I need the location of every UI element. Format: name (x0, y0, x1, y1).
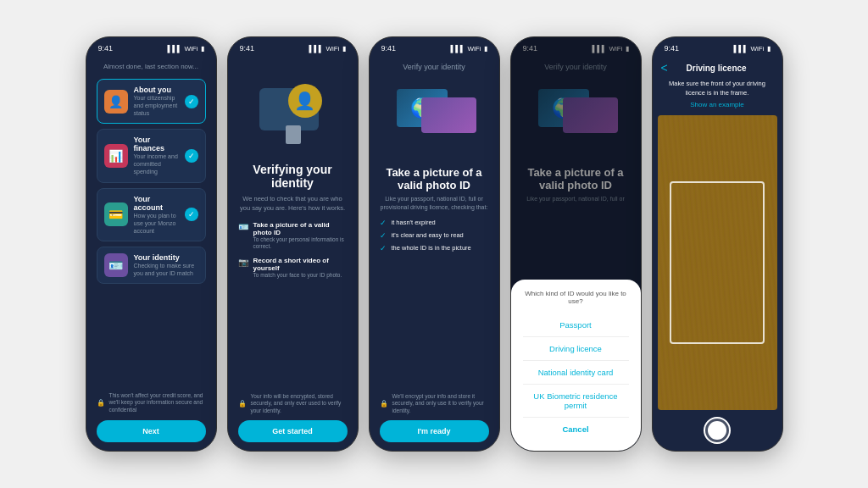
phone2-title: Verifying your identity (238, 163, 348, 190)
section-finances[interactable]: 📊 Your finances Your income and committe… (97, 129, 206, 182)
phone-3: 9:41 ▌▌▌ WiFi ▮ Verify your identity 🌍 T… (369, 36, 500, 452)
step-video: 📷 Record a short video of yourself To ma… (238, 257, 348, 279)
battery-icon-2: ▮ (342, 45, 346, 53)
about-you-desc: Your citizenship and employment status (134, 94, 179, 117)
phone-4: 9:41 ▌▌▌ WiFi ▮ Verify your identity 🌍 T… (510, 36, 642, 452)
check-icon-3: ✓ (380, 244, 387, 252)
account-text: Your account How you plan to use your Mo… (134, 195, 179, 235)
check-text-3: the whole ID is in the picture (392, 244, 471, 252)
wifi-icon-5: WiFi (751, 45, 765, 53)
phone-2: 9:41 ▌▌▌ WiFi ▮ 👤 Verifying your identit… (227, 36, 359, 452)
account-desc: How you plan to use your Monzo account (134, 212, 179, 235)
viewfinder-frame (670, 181, 765, 343)
encrypted-text-3: We'll encrypt your info and store it sec… (392, 393, 489, 414)
status-icons-3: ▌▌▌ WiFi ▮ (450, 45, 487, 53)
battery-icon: ▮ (201, 45, 204, 53)
step-photo-text: Take a picture of a valid photo ID To ch… (253, 221, 348, 251)
shutter-button[interactable] (704, 417, 731, 444)
section-about-you[interactable]: 👤 About you Your citizenship and employm… (97, 79, 206, 124)
time-5: 9:41 (665, 44, 680, 53)
status-bar-2: 9:41 ▌▌▌ WiFi ▮ (228, 37, 358, 56)
section-account[interactable]: 💳 Your account How you plan to use your … (97, 188, 206, 241)
privacy-note: 🔒 This won't affect your credit score, a… (97, 392, 206, 413)
lock-icon-2: 🔒 (238, 400, 247, 408)
check-item-1: ✓ it hasn't expired (380, 219, 489, 227)
signal-icon-3: ▌▌▌ (450, 45, 465, 53)
about-you-title: About you (134, 86, 179, 94)
identity-text: Your identity Checking to make sure you … (134, 253, 198, 277)
avatar-circle: 👤 (288, 84, 322, 118)
encrypted-note-2: 🔒 Your info will be encrypted, stored se… (238, 393, 348, 414)
camera-viewfinder (658, 115, 777, 410)
identity-icon: 🪪 (104, 253, 128, 277)
about-you-text: About you Your citizenship and employmen… (134, 86, 179, 117)
status-icons-5: ▌▌▌ WiFi ▮ (733, 45, 770, 53)
phone-1: 9:41 ▌▌▌ WiFi ▮ Almost done, last sectio… (86, 36, 217, 452)
modal-option-biometric[interactable]: UK Biometric residence permit (523, 385, 629, 418)
wifi-icon: WiFi (185, 45, 198, 53)
finances-icon: 📊 (104, 144, 128, 168)
phone-2-content: 👤 Verifying your identity We need to che… (228, 56, 358, 451)
check-text-2: it's clear and easy to read (392, 231, 464, 239)
phone3-footer: 🔒 We'll encrypt your info and store it s… (380, 388, 489, 442)
phones-container: 9:41 ▌▌▌ WiFi ▮ Almost done, last sectio… (69, 19, 800, 469)
status-bar-3: 9:41 ▌▌▌ WiFi ▮ (370, 37, 499, 56)
status-icons-1: ▌▌▌ WiFi ▮ (167, 45, 203, 53)
check-item-2: ✓ it's clear and easy to read (380, 231, 489, 240)
lock-icon-3: 🔒 (380, 400, 388, 408)
finances-text: Your finances Your income and committed … (134, 136, 179, 175)
privacy-text: This won't affect your credit score, and… (109, 392, 206, 413)
account-check: ✓ (185, 208, 198, 221)
check-item-3: ✓ the whole ID is in the picture (380, 244, 489, 252)
shutter-inner (708, 421, 726, 440)
lock-icon: 🔒 (97, 399, 105, 407)
check-icon-2: ✓ (380, 231, 387, 240)
step-video-title: Record a short video of yourself (253, 257, 348, 272)
phone3-header-title: Verify your identity (380, 63, 489, 71)
check-icon-1: ✓ (380, 219, 387, 227)
im-ready-button[interactable]: I'm ready (380, 420, 489, 442)
phone2-desc: We need to check that you are who you sa… (238, 195, 348, 213)
photo-id-icon: 🪪 (238, 222, 248, 231)
video-icon: 📷 (238, 258, 248, 267)
get-started-button[interactable]: Get started (238, 420, 348, 442)
modal-option-passport[interactable]: Passport (523, 313, 629, 337)
phone5-desc: Make sure the front of your driving lice… (653, 80, 782, 97)
back-arrow-icon[interactable]: < (661, 61, 668, 75)
wifi-icon-3: WiFi (468, 45, 481, 53)
camera-footer (653, 410, 782, 451)
status-bar-1: 9:41 ▌▌▌ WiFi ▮ (86, 37, 216, 56)
step-photo-title: Take a picture of a valid photo ID (253, 221, 348, 236)
phone1-footer: 🔒 This won't affect your credit score, a… (97, 387, 206, 442)
about-you-check: ✓ (185, 95, 198, 108)
check-text-1: it hasn't expired (392, 219, 436, 226)
status-icons-2: ▌▌▌ WiFi ▮ (309, 45, 345, 53)
account-icon: 💳 (104, 202, 128, 226)
show-example-link[interactable]: Show an example (653, 101, 782, 108)
signal-icon-5: ▌▌▌ (733, 45, 748, 53)
section-identity[interactable]: 🪪 Your identity Checking to make sure yo… (97, 247, 206, 284)
phone-3-content: Verify your identity 🌍 Take a picture of… (370, 56, 499, 451)
phone2-illustration: 👤 (238, 63, 348, 156)
identity-title: Your identity (134, 253, 198, 262)
encrypted-note-3: 🔒 We'll encrypt your info and store it s… (380, 393, 489, 414)
phone5-header: < Driving licence (653, 56, 782, 80)
signal-icon: ▌▌▌ (167, 45, 181, 53)
time-1: 9:41 (98, 44, 114, 53)
finances-desc: Your income and committed spending (134, 152, 179, 175)
id-selection-modal: Which kind of ID would you like to use? … (511, 280, 641, 451)
modal-option-driving[interactable]: Driving licence (523, 337, 629, 361)
phone3-illustration: 🌍 (380, 76, 489, 161)
identity-desc: Checking to make sure you and your ID ma… (134, 262, 198, 277)
modal-option-national[interactable]: National identity card (523, 361, 629, 385)
next-button[interactable]: Next (97, 420, 206, 442)
modal-cancel-button[interactable]: Cancel (523, 418, 629, 441)
battery-icon-5: ▮ (767, 45, 771, 53)
encrypted-text-2: Your info will be encrypted, stored secu… (251, 393, 348, 414)
phone3-subtitle: Like your passport, national ID, full or… (380, 195, 489, 212)
id-photo-placeholder (286, 125, 301, 144)
step-video-text: Record a short video of yourself To matc… (253, 257, 348, 279)
phone3-header: Verify your identity (380, 63, 489, 71)
status-bar-5: 9:41 ▌▌▌ WiFi ▮ (653, 37, 782, 56)
phone5-title: Driving licence (671, 64, 762, 73)
